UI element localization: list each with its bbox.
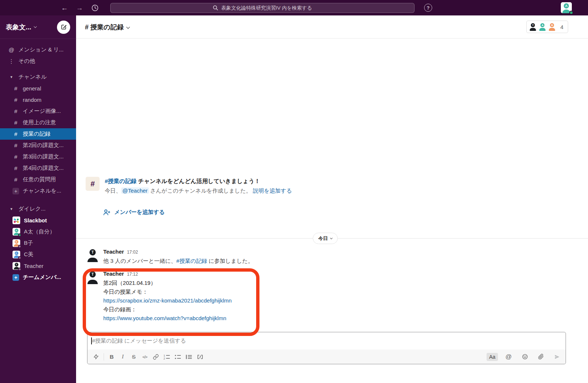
teacher-avatar[interactable]: T	[86, 270, 100, 284]
intro-subtitle: 今日、@Teacher さんがこのチャンネルを作成しました。 説明を追加する	[105, 187, 292, 195]
sidebar-dm-c[interactable]: C C美	[0, 249, 76, 260]
message-input[interactable]: #授業の記録 にメッセージを送信する	[87, 332, 566, 350]
channel-link[interactable]: #授業の記録	[105, 178, 136, 184]
join-message-text: 他 3 人のメンバーと一緒に、#授業の記録 に参加しました。	[103, 257, 253, 265]
message-composer: #授業の記録 にメッセージを送信する B I S </>	[87, 332, 566, 364]
channels-section-header[interactable]: ▾ チャンネル	[0, 71, 76, 83]
message-line: 今日の録画：	[103, 305, 232, 314]
composer-placeholder: #授業の記録 にメッセージを送信する	[92, 337, 186, 344]
dm-section-header[interactable]: ▾ ダイレク...	[0, 203, 76, 215]
compose-icon	[61, 24, 67, 30]
workspace-name[interactable]: 表象文...	[6, 23, 31, 32]
ordered-list-button[interactable]: 1 2	[161, 352, 172, 362]
member-avatar-t: T	[530, 23, 537, 31]
sidebar-channel-image[interactable]: #イメージ画像...	[0, 105, 76, 117]
sidebar-item-more[interactable]: ⋮ その他	[0, 56, 76, 67]
scrapbox-url-link[interactable]: https://scrapbox.io/zmz-komaba2021/abcde…	[103, 297, 232, 304]
history-nav: ← →	[61, 0, 99, 15]
svg-text:2: 2	[164, 357, 165, 360]
member-avatar-b: B	[549, 23, 556, 31]
message-timestamp[interactable]: 17:12	[127, 272, 138, 277]
chevron-down-icon	[126, 25, 130, 29]
bold-button[interactable]: B	[106, 352, 117, 362]
history-clock-icon[interactable]	[91, 4, 99, 12]
workspace-header[interactable]: 表象文...	[0, 15, 76, 39]
presence-online-dot	[569, 11, 573, 15]
shortcuts-lightning-icon[interactable]	[90, 352, 101, 362]
member-list-button[interactable]: T A B 4	[526, 21, 568, 33]
hash-icon: #	[12, 131, 19, 137]
dm-avatar: B	[12, 239, 20, 247]
sidebar-dm-a-self[interactable]: A A太（自分）	[0, 226, 76, 237]
sidebar-dm-b[interactable]: B B子	[0, 237, 76, 249]
sidebar-item-mentions[interactable]: @ メンション & リ...	[0, 44, 76, 56]
dm-avatar: A	[12, 228, 20, 236]
strikethrough-button[interactable]: S	[128, 352, 139, 362]
search-input[interactable]: 表象文化論特殊研究演習IV 内を検索する	[110, 3, 415, 13]
sidebar-channel-questions[interactable]: #任意の質問用	[0, 174, 76, 185]
add-description-link[interactable]: 説明を追加する	[253, 187, 292, 194]
hash-icon: #	[12, 119, 19, 126]
italic-button[interactable]: I	[117, 352, 128, 362]
send-button[interactable]	[552, 352, 563, 362]
sidebar-list: @ メンション & リ... ⋮ その他 ▾ チャンネル #general #r…	[0, 39, 76, 283]
inline-code-button[interactable]: </>	[139, 352, 150, 362]
blockquote-button[interactable]	[183, 352, 194, 362]
youtube-url-link[interactable]: https://www.youtube.com/watch?v=abcdefgh…	[103, 315, 226, 321]
add-members-button[interactable]: メンバーを追加する	[103, 209, 165, 216]
sidebar-channel-notes[interactable]: #使用上の注意	[0, 117, 76, 128]
add-person-icon	[103, 209, 111, 216]
sidebar-dm-slackbot[interactable]: Slackbot	[0, 215, 76, 226]
slackbot-avatar	[12, 216, 20, 224]
emoji-button[interactable]	[519, 352, 530, 362]
sidebar-channel-assignment4[interactable]: #第4回の課題文...	[0, 162, 76, 174]
sidebar-channel-random[interactable]: #random	[0, 94, 76, 105]
mention-button[interactable]: @	[503, 352, 514, 362]
mention-teacher[interactable]: @Teacher	[121, 187, 149, 194]
intro-title: #授業の記録 チャンネルをどんどん活用していきましょう！	[105, 177, 292, 185]
forward-arrow-icon[interactable]: →	[76, 4, 83, 11]
hash-icon: #	[12, 142, 19, 148]
message-join: T Teacher17:02 他 3 人のメンバーと一緒に、#授業の記録 に参加…	[86, 248, 253, 265]
toolbar-divider	[104, 353, 104, 361]
message-pane: # #授業の記録 チャンネルをどんどん活用していきましょう！ 今日、@Teach…	[76, 39, 588, 383]
dm-avatar: T	[12, 262, 20, 270]
message-sender[interactable]: Teacher	[103, 271, 124, 277]
message-line: 今日の授業メモ：	[103, 287, 232, 296]
invite-members-button[interactable]: + チームメンバ...	[0, 272, 76, 283]
channel-intro: # #授業の記録 チャンネルをどんどん活用していきましょう！ 今日、@Teach…	[86, 177, 292, 195]
sidebar-dm-teacher[interactable]: T Teacher	[0, 260, 76, 272]
help-icon[interactable]: ?	[424, 4, 432, 12]
plus-icon: +	[12, 274, 19, 281]
add-channel-button[interactable]: + チャンネルを...	[0, 185, 76, 197]
message-line: 第2回（2021.04.19）	[103, 279, 232, 287]
sidebar-channel-assignment2[interactable]: #第2回の課題文...	[0, 140, 76, 151]
presence-online-dot	[18, 233, 21, 237]
hash-icon: #	[12, 97, 19, 103]
message-sender[interactable]: Teacher	[103, 248, 124, 255]
at-icon: @	[8, 47, 15, 53]
channel-hash-icon: #	[86, 177, 100, 191]
plus-icon: +	[12, 188, 19, 194]
chevron-down-icon	[34, 25, 37, 28]
format-toggle-button[interactable]: Aa	[487, 353, 498, 361]
sidebar-channel-assignment3[interactable]: #第3回の課題文...	[0, 151, 76, 162]
bullet-list-button[interactable]	[172, 352, 183, 362]
presence-offline-dot	[18, 245, 21, 248]
code-block-button[interactable]	[194, 352, 205, 362]
channel-link[interactable]: #授業の記録	[176, 258, 207, 264]
new-message-button[interactable]	[57, 21, 70, 34]
channel-title[interactable]: # 授業の記録	[85, 23, 129, 32]
top-bar: ← → 表象文化論特殊研究演習IV 内を検索する ? A	[0, 0, 588, 15]
teacher-avatar[interactable]: T	[86, 248, 100, 262]
message-timestamp[interactable]: 17:02	[127, 250, 138, 255]
hash-icon: #	[12, 176, 19, 183]
sidebar-channel-class-record-active[interactable]: #授業の記録	[0, 128, 76, 140]
date-divider-button[interactable]: 今日	[313, 233, 338, 244]
sidebar-channel-general[interactable]: #general	[0, 83, 76, 94]
presence-offline-dot	[18, 268, 21, 271]
link-button[interactable]	[150, 352, 161, 362]
user-avatar[interactable]: A	[561, 2, 572, 13]
back-arrow-icon[interactable]: ←	[61, 4, 68, 11]
attach-paperclip-icon[interactable]	[535, 352, 546, 362]
